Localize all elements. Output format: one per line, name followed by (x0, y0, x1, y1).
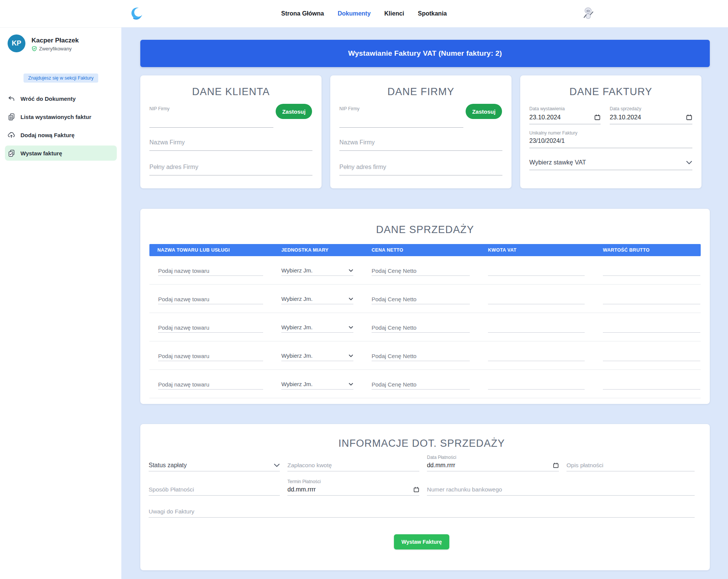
vat-amount-input[interactable] (488, 352, 585, 360)
payment-status-select[interactable]: Status zapłaty (149, 462, 280, 471)
verified-shield-icon (31, 46, 37, 52)
unit-select[interactable]: Wybierz Jm. (281, 324, 353, 333)
issue-date-label: Data wystawienia (529, 106, 601, 111)
vat-rate-select[interactable]: Wybierz stawkę VAT (529, 159, 692, 170)
app-logo-icon[interactable] (130, 7, 143, 21)
sale-date-field[interactable]: 23.10.2024 (610, 111, 692, 124)
vat-rate-select-value: Wybierz stawkę VAT (529, 159, 586, 166)
calendar-icon[interactable] (553, 462, 559, 468)
unit-select[interactable]: Wybierz Jm. (281, 352, 353, 361)
nav-dokumenty[interactable]: Dokumenty (337, 10, 370, 17)
vat-amount-input[interactable] (488, 324, 585, 331)
page-title: Wystawianie Faktury VAT (Numer faktury: … (348, 49, 502, 58)
chevron-down-icon (274, 463, 280, 467)
vat-amount-input[interactable] (488, 380, 585, 388)
sidebar-item-label: Wystaw fakturę (20, 150, 62, 156)
sidebar-item-lista-faktur[interactable]: Lista wystawionych faktur (5, 109, 117, 124)
gross-value-input[interactable] (603, 295, 700, 303)
payment-description-input[interactable] (566, 462, 695, 469)
user-profile: KP Kacper Płaczek Zweryfikowany (5, 34, 117, 52)
unit-select-value: Wybierz Jm. (281, 380, 312, 388)
payment-term-value: dd.mm.rrrr (287, 486, 316, 493)
gross-value-input[interactable] (603, 352, 700, 360)
chevron-down-icon (348, 383, 353, 386)
unit-select-value: Wybierz Jm. (281, 267, 312, 274)
table-row: Wybierz Jm. (149, 256, 701, 285)
sidebar-item-label: Wróć do Dokumenty (20, 95, 76, 102)
client-address-input[interactable] (149, 163, 312, 171)
column-header: KWOTA VAT (488, 247, 585, 253)
unit-select-value: Wybierz Jm. (281, 324, 312, 331)
company-address-input[interactable] (339, 163, 502, 171)
topbar: Strona Główna Dokumenty Klienci Spotkani… (0, 0, 728, 27)
item-name-input[interactable] (158, 352, 263, 360)
gross-value-input[interactable] (603, 267, 700, 274)
payment-term-field[interactable]: dd.mm.rrrr (287, 486, 419, 496)
invoice-notes-input[interactable] (149, 508, 695, 515)
user-name: Kacper Płaczek (31, 34, 79, 44)
company-nip-input[interactable] (339, 117, 463, 125)
verified-label: Zweryfikowany (39, 46, 72, 52)
client-nip-input[interactable] (149, 117, 273, 125)
net-price-input[interactable] (372, 352, 470, 360)
chevron-down-icon (686, 161, 692, 164)
paid-amount-input[interactable] (287, 462, 419, 469)
unit-select[interactable]: Wybierz Jm. (281, 295, 353, 304)
assistant-robot-icon[interactable] (582, 7, 595, 20)
issue-invoice-button[interactable]: Wystaw Fakturę (394, 534, 449, 549)
vat-amount-input[interactable] (488, 295, 585, 303)
company-name-input[interactable] (339, 138, 502, 147)
gross-value-input[interactable] (603, 324, 700, 331)
calendar-icon[interactable] (686, 114, 692, 120)
net-price-input[interactable] (372, 267, 470, 274)
vat-amount-input[interactable] (488, 267, 585, 274)
chevron-down-icon (348, 326, 353, 329)
section-badge: Znajdujesz się w sekcji Faktury (24, 74, 98, 83)
sidebar: KP Kacper Płaczek Zweryfikowany Znajduje… (0, 27, 121, 579)
undo-arrow-icon (7, 94, 16, 103)
net-price-input[interactable] (372, 380, 470, 388)
chevron-down-icon (348, 354, 353, 357)
client-data-card: DANE KLIENTA NIP Firmy Zastosuj (140, 75, 322, 188)
sales-info-title: INFORMACJE DOT. SPRZEDAŻY (149, 438, 695, 449)
invoice-card-title: DANE FAKTURY (529, 86, 692, 98)
client-apply-button[interactable]: Zastosuj (276, 104, 312, 119)
sidebar-item-dodaj-fakture[interactable]: Dodaj nową Fakturę (5, 127, 117, 142)
bank-account-input[interactable] (427, 486, 695, 493)
net-price-input[interactable] (372, 295, 470, 303)
unit-select[interactable]: Wybierz Jm. (281, 380, 353, 390)
payment-date-label: Data Płatności (427, 455, 559, 462)
issue-date-field[interactable]: 23.10.2024 (529, 111, 601, 124)
chevron-down-icon (348, 269, 353, 272)
table-row: Wybierz Jm. (149, 341, 701, 370)
net-price-input[interactable] (372, 324, 470, 331)
item-name-input[interactable] (158, 380, 263, 388)
payment-term-label: Termin Płatności (287, 479, 419, 486)
calendar-icon[interactable] (413, 487, 419, 493)
company-apply-button[interactable]: Zastosuj (466, 104, 502, 119)
nav-strona-glowna[interactable]: Strona Główna (281, 10, 324, 17)
unique-number-value: 23/10/2024/1 (529, 136, 692, 148)
client-company-name-input[interactable] (149, 138, 312, 147)
unit-select-value: Wybierz Jm. (281, 295, 312, 303)
nav-klienci[interactable]: Klienci (384, 10, 404, 17)
sales-data-card: DANE SPRZEDAŻY NAZWA TOWARU LUB USŁUGI J… (140, 209, 710, 404)
item-name-input[interactable] (158, 324, 263, 331)
nav-spotkania[interactable]: Spotkania (418, 10, 447, 17)
company-card-title: DANE FIRMY (339, 86, 502, 98)
gross-value-input[interactable] (603, 380, 700, 388)
unit-select[interactable]: Wybierz Jm. (281, 267, 353, 276)
sidebar-item-wystaw-fakture[interactable]: Wystaw fakturę (5, 146, 117, 161)
item-name-input[interactable] (158, 267, 263, 274)
sidebar-item-wroc-do-dokumenty[interactable]: Wróć do Dokumenty (5, 91, 117, 106)
item-name-input[interactable] (158, 295, 263, 303)
company-data-card: DANE FIRMY NIP Firmy Zastosuj (330, 75, 511, 188)
payment-method-input[interactable] (149, 486, 280, 493)
payment-date-field[interactable]: dd.mm.rrrr (427, 462, 559, 471)
calendar-icon[interactable] (594, 114, 601, 120)
sidebar-menu: Wróć do Dokumenty Lista wystawionych fak… (5, 91, 117, 161)
page-title-banner: Wystawianie Faktury VAT (Numer faktury: … (140, 40, 710, 67)
table-row: Wybierz Jm. (149, 370, 701, 398)
sales-table-header: NAZWA TOWARU LUB USŁUGI JEDNOSTKA MIARY … (149, 244, 701, 256)
chevron-down-icon (348, 297, 353, 300)
